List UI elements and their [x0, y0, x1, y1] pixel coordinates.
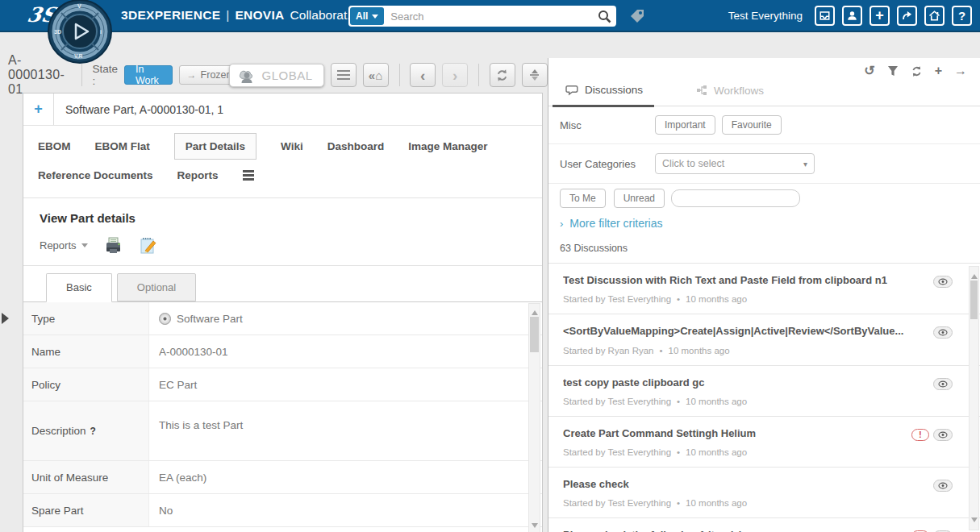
attribute-label: Description? — [23, 401, 149, 460]
add-discussion-icon[interactable]: + — [935, 64, 942, 77]
attribute-label: Policy — [23, 368, 149, 401]
panel-scrollbar[interactable] — [969, 266, 979, 530]
page-title: View Part details — [23, 198, 542, 227]
discussion-list-item[interactable]: test copy paste clipboard gcStarted by T… — [548, 366, 980, 417]
subtab-optional[interactable]: Optional — [117, 273, 196, 301]
discussion-title[interactable]: Please check the following 1 item(s) — [563, 529, 924, 532]
search-icon[interactable] — [598, 10, 611, 23]
tab-part-details[interactable]: Part Details — [174, 133, 256, 160]
part-details-panel: + Software Part, A-0000130-01, 1 EBOMEBO… — [23, 93, 543, 532]
inbox-icon[interactable] — [815, 6, 835, 26]
eye-icon[interactable] — [933, 378, 953, 390]
tab-ebom-flat[interactable]: EBOM Flat — [95, 134, 150, 159]
misc-filter-row: Misc ImportantFavourite — [548, 106, 980, 144]
help-icon[interactable]: ? — [90, 426, 96, 437]
current-user-name[interactable]: Test Everything — [728, 10, 803, 22]
misc-label: Misc — [560, 119, 648, 131]
part-header: + Software Part, A-0000130-01, 1 — [23, 94, 542, 126]
discussions-count: 63 Discussions — [548, 235, 980, 263]
scroll-up-icon[interactable] — [971, 271, 978, 279]
discussion-title[interactable]: Create Part Command Settingh Helium — [563, 427, 924, 440]
add-content-icon[interactable]: + — [869, 6, 890, 26]
back-icon: ‹ — [420, 68, 425, 83]
filter-important-button[interactable]: Important — [655, 115, 715, 135]
3dexperience-compass-icon[interactable]: 3D i V,R V — [47, 0, 113, 64]
discussion-filter-input[interactable] — [671, 189, 800, 207]
tab-ebom[interactable]: EBOM — [38, 134, 71, 159]
forward-button[interactable]: › — [442, 63, 468, 87]
filter-to-me-button[interactable]: To Me — [560, 189, 606, 208]
attribute-row-unit-of-measure: Unit of MeasureEA (each) — [23, 461, 542, 494]
tab-reference-documents[interactable]: Reference Documents — [38, 163, 153, 188]
attribute-value-text: No — [159, 505, 173, 517]
sort-button[interactable] — [522, 63, 548, 87]
scroll-down-icon[interactable] — [532, 523, 538, 531]
help-icon[interactable]: ? — [952, 6, 972, 26]
important-icon[interactable]: ! — [911, 429, 929, 441]
tab-workflows[interactable]: Workflows — [683, 84, 775, 106]
attribute-value-text: This is a test Part — [159, 419, 243, 431]
top-app-bar: 3S 3D i V,R V 3DEXPERIENCE | ENOVIA Coll… — [0, 0, 980, 32]
discussion-list-item[interactable]: Create Part Command Settingh HeliumStart… — [548, 417, 980, 468]
select-placeholder: Click to select — [662, 158, 803, 169]
discussion-title[interactable]: Please check — [563, 478, 924, 491]
panel-expander[interactable] — [2, 313, 15, 324]
meta-separator: • — [660, 346, 663, 355]
profile-icon[interactable] — [842, 6, 862, 26]
attribute-value-text: A-0000130-01 — [159, 346, 228, 358]
reports-dropdown[interactable]: Reports — [40, 239, 88, 251]
collapse-home-button[interactable]: «⌂ — [363, 63, 389, 87]
scroll-thumb[interactable] — [530, 317, 539, 352]
search-input[interactable] — [384, 10, 598, 23]
share-icon[interactable] — [897, 6, 917, 26]
discussion-list-item[interactable]: Please checkStarted by Test Everything•1… — [548, 468, 980, 518]
sync-icon[interactable] — [911, 65, 923, 77]
discussion-title[interactable]: Test Discussion with Rich Text and Paste… — [563, 274, 924, 287]
meta-separator: • — [677, 397, 680, 406]
tab-dashboard[interactable]: Dashboard — [327, 134, 385, 159]
discussion-list-item[interactable]: Test Discussion with Rich Text and Paste… — [548, 264, 980, 314]
discussion-list-item[interactable]: Please check the following 1 item(s)! — [548, 518, 980, 532]
scroll-up-icon[interactable] — [532, 307, 538, 315]
scroll-down-icon[interactable] — [971, 517, 978, 526]
refresh-button[interactable] — [490, 63, 515, 87]
tag-icon[interactable] — [628, 7, 646, 25]
add-button[interactable]: + — [23, 94, 54, 125]
subtab-basic[interactable]: Basic — [46, 273, 112, 302]
eye-icon[interactable] — [933, 429, 953, 441]
print-button[interactable] — [104, 237, 123, 255]
discussion-title[interactable]: <SortByValueMapping>Create|Assign|Active… — [563, 325, 924, 338]
history-icon[interactable]: ↺ — [864, 64, 874, 77]
search-scope-dropdown[interactable]: All — [350, 7, 384, 25]
discussion-badges: ! — [911, 429, 953, 441]
eye-icon[interactable] — [933, 480, 953, 492]
back-button[interactable]: ‹ — [410, 63, 436, 87]
discussion-title[interactable]: test copy paste clipboard gc — [563, 376, 924, 389]
scroll-thumb[interactable] — [970, 281, 978, 319]
tab-image-manager[interactable]: Image Manager — [408, 134, 487, 159]
open-panel-icon[interactable]: → — [954, 64, 967, 77]
refresh-icon — [495, 69, 509, 82]
table-scrollbar[interactable] — [528, 303, 540, 532]
tabs-overflow-icon[interactable] — [243, 167, 254, 184]
attribute-label-text: Description — [31, 425, 86, 437]
state-current-button[interactable]: In Work — [124, 65, 173, 85]
global-collab-space-button[interactable]: GLOBAL — [229, 64, 323, 87]
tab-reports[interactable]: Reports — [177, 163, 219, 188]
eye-icon[interactable] — [933, 276, 953, 288]
more-filters-link[interactable]: › More filter criterias — [548, 211, 980, 235]
discussion-badges — [933, 276, 953, 288]
filter-favourite-button[interactable]: Favourite — [722, 115, 782, 135]
home-icon[interactable] — [924, 6, 945, 26]
user-categories-select[interactable]: Click to select ▾ — [655, 153, 815, 174]
eye-icon[interactable] — [933, 326, 953, 339]
menu-button[interactable] — [331, 63, 357, 87]
tab-wiki[interactable]: Wiki — [281, 134, 303, 159]
attribute-label-text: Name — [31, 346, 60, 358]
filter-icon[interactable] — [887, 65, 899, 77]
discussion-list-item[interactable]: <SortByValueMapping>Create|Assign|Active… — [548, 314, 980, 365]
filter-unread-button[interactable]: Unread — [614, 189, 665, 208]
tab-discussions[interactable]: Discussions — [553, 84, 654, 107]
svg-text:V: V — [77, 3, 81, 9]
edit-button[interactable] — [139, 236, 157, 255]
